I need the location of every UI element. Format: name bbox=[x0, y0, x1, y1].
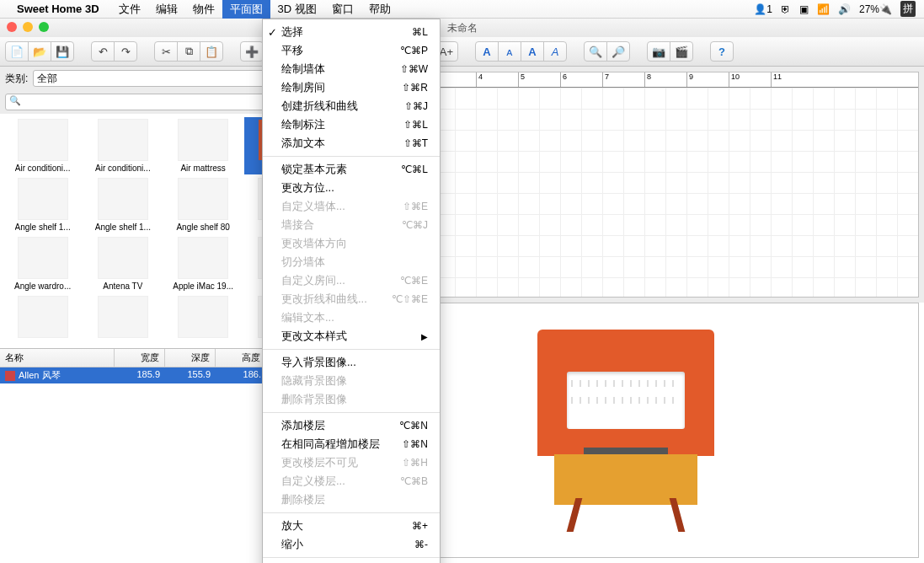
col-depth[interactable]: 深度 bbox=[165, 349, 216, 367]
redo-button[interactable]: ↷ bbox=[114, 41, 137, 62]
catalog-item-label: Angle shelf 1... bbox=[95, 223, 151, 232]
menu-item-label: 自定义楼层... bbox=[281, 474, 345, 489]
menu-item: 编辑文本... bbox=[263, 308, 440, 327]
catalog-item[interactable]: Air conditioni... bbox=[3, 117, 82, 174]
menu-item[interactable]: 平移℃⌘P bbox=[263, 41, 440, 60]
menu-item[interactable]: 更改方位... bbox=[263, 179, 440, 197]
close-icon[interactable] bbox=[7, 22, 17, 32]
minimize-icon[interactable] bbox=[23, 22, 33, 32]
catalog-item-label: Air mattress bbox=[180, 164, 225, 173]
menu-item-label: 自定义墙体... bbox=[281, 199, 345, 214]
catalog-item[interactable]: Apple iMac 19... bbox=[164, 235, 243, 292]
menu-help[interactable]: 帮助 bbox=[361, 0, 398, 19]
catalog-item[interactable]: Angle shelf 1... bbox=[3, 176, 82, 233]
cut-button[interactable]: ✂ bbox=[154, 41, 178, 62]
thumbnail-icon bbox=[178, 178, 228, 220]
shortcut: ℃⇧⌘E bbox=[392, 293, 428, 305]
shortcut: ℃⌘E bbox=[400, 275, 428, 287]
text-italic-button[interactable]: A bbox=[543, 41, 567, 62]
help-button[interactable]: ? bbox=[710, 41, 734, 62]
text-bold-button[interactable]: A bbox=[521, 41, 544, 62]
menu-item[interactable]: ✓选择⌘L bbox=[263, 23, 440, 41]
text-big-button[interactable]: A bbox=[475, 41, 499, 62]
menu-item[interactable]: 放大⌘+ bbox=[263, 517, 440, 535]
battery-status[interactable]: 27% 🔌 bbox=[859, 3, 892, 15]
menu-window[interactable]: 窗口 bbox=[324, 0, 361, 19]
col-width[interactable]: 宽度 bbox=[115, 349, 165, 367]
menu-object[interactable]: 物件 bbox=[185, 0, 222, 19]
menu-file[interactable]: 文件 bbox=[111, 0, 148, 19]
save-button[interactable]: 💾 bbox=[51, 41, 74, 62]
app-name: Sweet Home 3D bbox=[17, 3, 99, 15]
video-button[interactable]: 🎬 bbox=[670, 41, 693, 62]
menu-item[interactable]: 添加文本⇧⌘T bbox=[263, 134, 440, 153]
catalog-item[interactable] bbox=[164, 294, 243, 342]
window-titlebar: 未命名 bbox=[0, 19, 924, 37]
menu-edit[interactable]: 编辑 bbox=[148, 0, 185, 19]
col-height[interactable]: 高度 bbox=[216, 349, 266, 367]
menu-item[interactable]: 更改文本样式▶ bbox=[263, 327, 440, 346]
catalog-item[interactable]: Angle shelf 1... bbox=[83, 176, 162, 233]
shortcut: ℃⌘B bbox=[400, 475, 428, 487]
catalog-item[interactable] bbox=[83, 294, 162, 342]
display-icon[interactable]: ▣ bbox=[799, 3, 809, 15]
catalog-item[interactable]: Angle wardro... bbox=[3, 235, 82, 292]
text-small-button[interactable]: ᴀ bbox=[498, 41, 521, 62]
menu-item-label: 放大 bbox=[281, 518, 303, 534]
catalog-item[interactable] bbox=[3, 294, 82, 342]
input-method[interactable]: 拼 bbox=[900, 1, 916, 17]
item-swatch-icon bbox=[5, 371, 15, 381]
menu-item: 自定义楼层...℃⌘B bbox=[263, 472, 440, 491]
menu-item-label: 添加文本 bbox=[281, 136, 325, 151]
menu-item-label: 绘制房间 bbox=[281, 80, 325, 95]
wifi-icon[interactable]: 📶 bbox=[817, 3, 830, 15]
menu-item[interactable]: 绘制房间⇧⌘R bbox=[263, 78, 440, 97]
thumbnail-icon bbox=[18, 178, 68, 220]
menu-item[interactable]: 锁定基本元素℃⌘L bbox=[263, 160, 440, 179]
menu-item-label: 创建折线和曲线 bbox=[281, 99, 358, 114]
menu-item[interactable]: 创建折线和曲线⇧⌘J bbox=[263, 97, 440, 115]
col-name[interactable]: 名称 bbox=[0, 349, 115, 367]
catalog-item-label: Apple iMac 19... bbox=[173, 282, 233, 291]
menu-item[interactable]: 缩小⌘- bbox=[263, 535, 440, 554]
plan-menu-dropdown: ✓选择⌘L平移℃⌘P绘制墙体⇧⌘W绘制房间⇧⌘R创建折线和曲线⇧⌘J绘制标注⇧⌘… bbox=[262, 19, 441, 563]
menu-item[interactable]: 导入背景图像... bbox=[263, 353, 440, 372]
status-tray: 👤1 ⛨ ▣ 📶 🔊 27% 🔌 拼 bbox=[754, 1, 916, 17]
new-file-button[interactable]: 📄 bbox=[5, 41, 29, 62]
volume-icon[interactable]: 🔊 bbox=[838, 3, 851, 15]
zoom-in-button[interactable]: 🔍 bbox=[584, 41, 607, 62]
catalog-item[interactable]: Antena TV bbox=[83, 235, 162, 292]
copy-button[interactable]: ⧉ bbox=[177, 41, 200, 62]
catalog-item[interactable]: Air conditioni... bbox=[83, 117, 162, 174]
menu-item[interactable]: 绘制标注⇧⌘L bbox=[263, 115, 440, 134]
shortcut: ⇧⌘E bbox=[403, 201, 428, 212]
open-file-button[interactable]: 📂 bbox=[28, 41, 51, 62]
menu-item: 更改楼层不可见⇧⌘H bbox=[263, 453, 440, 472]
shortcut: ⇧⌘R bbox=[402, 82, 428, 94]
thumbnail-icon bbox=[98, 119, 148, 161]
menu-item-label: 绘制墙体 bbox=[281, 62, 325, 77]
menu-3dview[interactable]: 3D 视图 bbox=[270, 0, 324, 19]
system-menubar: Sweet Home 3D 文件 编辑 物件 平面图 3D 视图 窗口 帮助 👤… bbox=[0, 0, 924, 19]
shortcut: ⇧⌘H bbox=[402, 457, 428, 469]
menu-item-label: 自定义房间... bbox=[281, 273, 345, 288]
zoom-icon[interactable] bbox=[39, 22, 49, 32]
check-icon: ✓ bbox=[268, 26, 277, 39]
shield-icon[interactable]: ⛨ bbox=[781, 3, 791, 15]
snapshot-button[interactable]: 📷 bbox=[647, 41, 670, 62]
menu-item[interactable]: 添加楼层℃⌘N bbox=[263, 416, 440, 435]
undo-button[interactable]: ↶ bbox=[91, 41, 115, 62]
menu-item-label: 添加楼层 bbox=[281, 418, 325, 433]
paste-button[interactable]: 📋 bbox=[200, 41, 223, 62]
menu-item[interactable]: 在相同高程增加楼层⇧⌘N bbox=[263, 435, 440, 453]
thumbnail-icon bbox=[98, 178, 148, 220]
zoom-out-button[interactable]: 🔎 bbox=[606, 41, 630, 62]
menu-item-label: 选择 bbox=[281, 24, 303, 40]
catalog-item[interactable]: Air mattress bbox=[164, 117, 243, 174]
catalog-item-label: Angle shelf 1... bbox=[15, 223, 71, 232]
menu-plan[interactable]: 平面图 bbox=[222, 0, 270, 19]
menu-item[interactable]: 绘制墙体⇧⌘W bbox=[263, 60, 440, 78]
catalog-item[interactable]: Angle shelf 80 bbox=[164, 176, 243, 233]
add-furniture-button[interactable]: ➕ bbox=[240, 41, 264, 62]
user-icon[interactable]: 👤1 bbox=[754, 3, 772, 15]
